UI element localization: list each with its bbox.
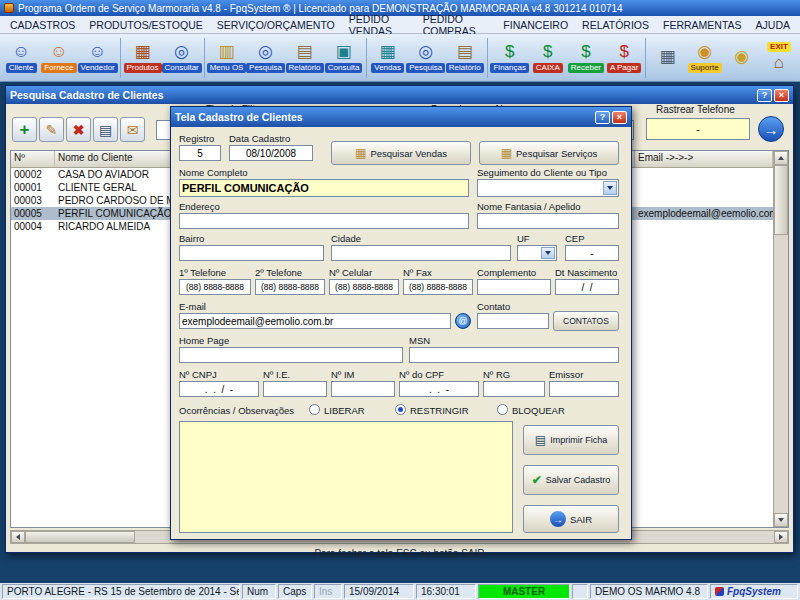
toolbar-button-consulta[interactable]: ▣ Consulta <box>325 35 363 80</box>
toolbar-button-vendedor[interactable]: ☺ Vendedor <box>79 35 117 80</box>
close-button[interactable]: × <box>774 89 789 102</box>
email-label: E-mail <box>179 301 206 312</box>
cnpj-input[interactable] <box>179 381 259 397</box>
radio-liberar[interactable] <box>309 404 320 415</box>
toolbar-button-produtos[interactable]: ▦ Produtos <box>124 35 162 80</box>
contatos-button[interactable]: CONTATOS <box>553 311 619 331</box>
dt-nascimento-input[interactable] <box>555 279 619 295</box>
radio-liberar-label: LIBERAR <box>324 405 365 416</box>
toolbar-button-fornecedor[interactable]: ☺ Fornece <box>40 35 77 80</box>
add-client-button[interactable]: + <box>12 117 37 142</box>
seguimento-select[interactable] <box>477 179 619 197</box>
rg-input[interactable] <box>483 381 545 397</box>
menu-item-ferramentas[interactable]: FERRAMENTAS <box>656 18 749 32</box>
contato-input[interactable] <box>477 313 549 329</box>
registro-input[interactable] <box>179 145 221 161</box>
fax-input[interactable] <box>403 279 473 295</box>
scroll-down-button[interactable] <box>774 513 788 527</box>
mail-button[interactable]: ✉ <box>120 117 145 142</box>
registro-label: Registro <box>179 133 214 144</box>
menu-item-servico-orcamento[interactable]: SERVIÇO/ORÇAMENTO <box>210 18 342 32</box>
toolbar-button-cliente[interactable]: ☺ Cliente <box>3 35 39 80</box>
exit-dialog-button[interactable]: → SAIR <box>523 505 619 533</box>
im-input[interactable] <box>331 381 395 397</box>
help-button[interactable]: ? <box>757 89 772 102</box>
toolbar-button-menu-os[interactable]: ▥ Menu OS <box>208 35 246 80</box>
scroll-left-button[interactable] <box>11 531 25 543</box>
go-search-button[interactable]: → <box>758 116 784 142</box>
radio-bloquear[interactable] <box>497 404 508 415</box>
emissor-input[interactable] <box>549 381 619 397</box>
column-header-email[interactable]: Email ->->-> <box>635 151 773 167</box>
uf-select[interactable] <box>517 245 557 261</box>
toolbar-button-pesquisa-vendas[interactable]: ◎ Pesquisa <box>407 35 445 80</box>
data-cadastro-input[interactable] <box>229 145 313 161</box>
endereco-input[interactable] <box>179 213 469 229</box>
card-icon: ▦ <box>355 147 366 159</box>
toolbar-caption: CAIXA <box>533 63 563 73</box>
scroll-up-button[interactable] <box>774 151 788 165</box>
scrollbar-thumb[interactable] <box>25 531 135 543</box>
msn-input[interactable] <box>409 347 619 363</box>
telefone2-input[interactable] <box>255 279 325 295</box>
menu-item-ajuda[interactable]: AJUDA <box>749 18 797 32</box>
toolbar-button-relatorio-vendas[interactable]: ▤ Relatório <box>446 35 484 80</box>
menu-item-produtos-estoque[interactable]: PRODUTOS/ESTOQUE <box>82 18 209 32</box>
salesperson-icon: ☺ <box>89 42 106 62</box>
close-button[interactable]: × <box>612 111 627 124</box>
toolbar-button-calculadora[interactable]: ▦ <box>649 35 685 80</box>
contatos-label: CONTATOS <box>563 316 609 326</box>
complemento-input[interactable] <box>477 279 551 295</box>
save-record-button[interactable]: ✔ Salvar Cadastro <box>523 465 619 495</box>
home-page-input[interactable] <box>179 347 403 363</box>
print-record-button[interactable]: ▤ Imprimir Ficha <box>523 425 619 455</box>
help-button[interactable]: ? <box>595 111 610 124</box>
cpf-input[interactable] <box>399 381 479 397</box>
monitor-icon: ▣ <box>336 42 352 62</box>
pesquisar-vendas-button[interactable]: ▦ Pesquisar Vendas <box>331 141 471 165</box>
delete-client-button[interactable]: ✖ <box>66 117 91 142</box>
toolbar-button-receber[interactable]: $ Receber <box>567 35 605 80</box>
print-list-button[interactable]: ▤ <box>93 117 118 142</box>
toolbar-button-financas[interactable]: $ Finanças <box>491 35 529 80</box>
nome-fantasia-input[interactable] <box>477 213 619 229</box>
toolbar-caption: EXIT <box>767 42 791 52</box>
toolbar-button-relatorio-os[interactable]: ▤ Relatório <box>286 35 324 80</box>
globe-icon[interactable]: @ <box>455 313 471 329</box>
observations-textarea[interactable] <box>179 421 513 533</box>
nome-completo-input[interactable] <box>179 179 469 197</box>
toolbar-button-pesquisa-os[interactable]: ◎ Pesquisa <box>247 35 285 80</box>
payables-icon: $ <box>619 42 628 62</box>
toolbar-button-vendas[interactable]: ▦ Vendas <box>370 35 406 80</box>
cep-input[interactable] <box>565 245 619 261</box>
celular-input[interactable] <box>329 279 399 295</box>
menu-item-financeiro[interactable]: FINANCEIRO <box>496 18 575 32</box>
ie-input[interactable] <box>263 381 327 397</box>
bairro-input[interactable] <box>179 245 324 261</box>
toolbar-caption: Cliente <box>6 63 37 73</box>
toolbar-button-suporte[interactable]: ◉ Suporte <box>687 35 723 80</box>
toolbar-button-moedas[interactable]: ◉ <box>724 35 760 80</box>
menu-item-cadastros[interactable]: CADASTROS <box>3 18 82 32</box>
vertical-scrollbar[interactable] <box>773 151 788 527</box>
scrollbar-thumb[interactable] <box>774 165 788 235</box>
dt-nascimento-label: Dt Nascimento <box>555 267 617 278</box>
telefone1-input[interactable] <box>179 279 251 295</box>
edit-client-button[interactable]: ✎ <box>39 117 64 142</box>
menu-item-relatorios[interactable]: RELATÓRIOS <box>575 18 656 32</box>
trace-phone-input[interactable] <box>646 118 750 140</box>
toolbar-button-consultar[interactable]: ◎ Consultar <box>163 35 201 80</box>
cidade-input[interactable] <box>331 245 511 261</box>
application-window: Programa Ordem de Serviço Marmoraria v4.… <box>0 0 800 600</box>
toolbar-button-a-pagar[interactable]: $ A Pagar <box>606 35 642 80</box>
email-input[interactable] <box>179 313 451 329</box>
toolbar-button-exit[interactable]: EXIT ⌂ <box>761 35 797 80</box>
toolbar-caption: Fornece <box>41 63 76 73</box>
coins-icon: ◉ <box>734 47 749 67</box>
column-header-num[interactable]: Nº <box>11 151 55 167</box>
cell-num: 00004 <box>11 220 55 233</box>
radio-restringir[interactable] <box>395 404 406 415</box>
scroll-right-button[interactable] <box>774 531 788 543</box>
toolbar-button-caixa[interactable]: $ CAIXA <box>530 35 566 80</box>
pesquisar-servicos-button[interactable]: ▦ Pesquisar Serviços <box>479 141 619 165</box>
